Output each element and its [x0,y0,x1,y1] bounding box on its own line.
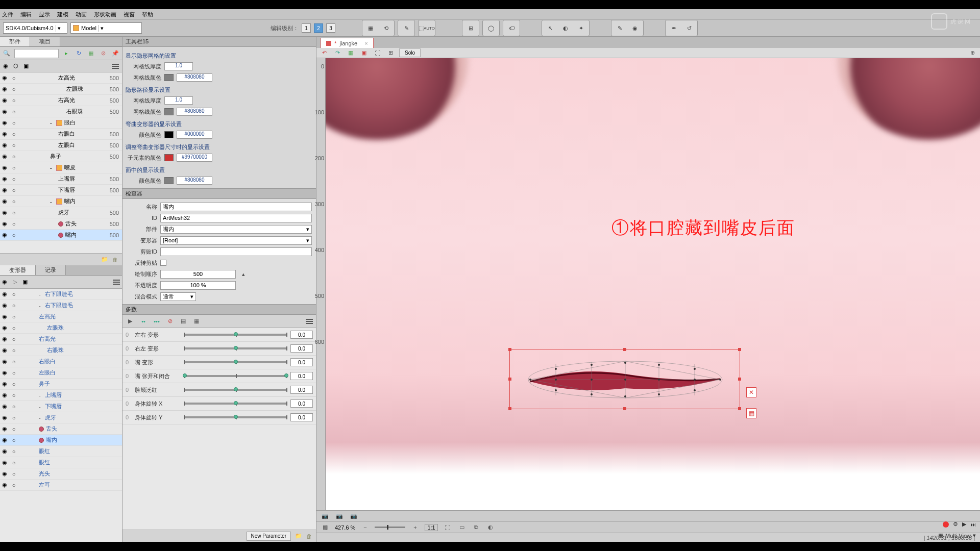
param-delete-icon[interactable]: ⊘ [165,317,175,326]
grid-color-input[interactable]: #808080 [177,73,212,82]
new-parameter-button[interactable]: New Parameter [247,532,291,541]
grid-color-swatch[interactable] [164,74,174,81]
onion-icon[interactable]: ◐ [486,523,495,532]
panel-menu-icon[interactable] [113,280,120,285]
tree-row[interactable]: ◉○-下嘴唇 [0,401,122,412]
document-tab[interactable]: * jiangke × [321,38,374,48]
solo-header-icon[interactable]: ▣ [23,63,29,69]
tree-row[interactable]: ◉○-嘴内 [0,196,122,207]
record-button[interactable] [943,521,949,528]
tab-project[interactable]: 项目 [30,37,60,46]
fit-icon[interactable]: ⛶ [443,523,452,532]
edit-level-2[interactable]: 2 [314,23,323,33]
tree-row[interactable]: ◉○-右下眼睫毛 [0,289,122,300]
panel-menu-icon[interactable] [306,319,313,324]
tree-row[interactable]: ◉○下嘴唇500 [0,185,122,196]
parameter-row[interactable]: 0左右 变形 [122,328,316,342]
deformer-combo[interactable]: [Root]▾ [160,236,312,245]
circle-tool-button[interactable]: ◯ [484,21,498,35]
frame-icon[interactable]: ▭ [457,523,467,532]
tree-row[interactable]: ◉○眼红 [0,446,122,457]
param-slider[interactable] [184,334,287,336]
param-value-input[interactable] [290,372,313,380]
tag-tool-button[interactable]: 🏷 [504,21,519,35]
brush-tool-button[interactable]: ✎ [612,21,627,35]
redo-icon[interactable]: ↷ [333,48,342,58]
tree-row[interactable]: ◉○嘴内 [0,435,122,446]
filter-green-icon[interactable]: ▸ [62,49,71,58]
tree-row[interactable]: ◉○右眼白 [0,356,122,367]
edit-level-1[interactable]: 1 [302,23,311,33]
camera-icon[interactable]: 📷 [321,512,330,521]
zoom-in-icon[interactable]: + [410,523,420,532]
visibility-header-icon[interactable]: ◉ [3,63,8,69]
param-value-input[interactable] [290,413,313,421]
child-color-input[interactable]: #99700000 [177,154,212,162]
param-slider[interactable] [184,389,287,391]
mesh-auto-button[interactable]: ✎ [399,21,413,35]
deformer-tree[interactable]: ◉○-右下眼睫毛◉○-右下眼睫毛◉○左高光◉○左眼珠◉○右高光◉○右眼珠◉○右眼… [0,289,122,542]
param-slider[interactable] [184,375,287,377]
tree-row[interactable]: ◉○右高光 [0,334,122,345]
trash-icon[interactable]: 🗑 [112,257,118,263]
parameter-row[interactable]: 0身体旋转 Y [122,411,316,424]
target-icon[interactable]: ⊕ [968,48,977,58]
link-icon[interactable]: ⧉ [472,523,481,532]
invert-checkbox[interactable] [160,260,166,266]
delete-selection-button[interactable]: ✕ [746,387,756,397]
search-icon[interactable]: 🔍 [2,49,11,58]
param-slider[interactable] [184,403,287,405]
auto-mesh-button[interactable]: ⬚AUTO [420,21,434,35]
visibility-header-icon[interactable]: ◉ [2,279,7,285]
tree-row[interactable]: ◉○-眼白 [0,117,122,129]
param-value-input[interactable] [290,399,313,408]
trash-icon[interactable]: 🗑 [306,533,312,539]
tree-row[interactable]: ◉○左耳 [0,480,122,491]
path-depth-input[interactable]: 1.0 [164,96,193,105]
tree-row[interactable]: ◉○右眼珠 [0,345,122,356]
face-color-swatch[interactable] [164,177,174,184]
play-icon[interactable]: ▷ [10,278,19,287]
cancel-icon[interactable]: ⊘ [99,49,108,58]
child-color-swatch[interactable] [164,154,174,161]
glue-tool-button[interactable]: ◉ [628,21,642,35]
edit-level-3[interactable]: 3 [326,23,335,33]
param-value-input[interactable] [290,358,313,366]
panel-icon[interactable]: ▣ [22,279,28,285]
menu-anim[interactable]: 动画 [76,11,87,18]
parameter-row[interactable]: 0身体旋转 X [122,397,316,411]
grid-toggle-icon[interactable]: ▦ [346,48,355,58]
pin-icon[interactable]: 📌 [111,49,120,58]
parts-tree[interactable]: ◉○左高光500◉○左眼珠500◉○右高光500◉○右眼珠500◉○-眼白◉○右… [0,72,122,253]
parameter-row[interactable]: 0脸颊泛红 [122,383,316,397]
tree-row[interactable]: ◉○上嘴唇500 [0,173,122,185]
rotate-deform-button[interactable]: ⟲ [379,21,393,35]
tree-row[interactable]: ◉○虎牙500 [0,207,122,218]
selection-bounds[interactable] [509,349,740,409]
path-tool-button[interactable]: ✒ [667,21,681,35]
menu-model[interactable]: 建模 [57,11,68,18]
tree-row[interactable]: ◉○舌头 [0,423,122,435]
parts-search-input[interactable] [14,49,59,58]
path-color-input[interactable]: #808080 [177,108,212,116]
zoom-slider[interactable] [375,527,405,528]
tab-log[interactable]: 记录 [36,265,66,275]
param-panel2-icon[interactable]: ▦ [192,317,201,326]
deform-tool-button[interactable]: ▦ [363,21,378,35]
warp-color-input[interactable]: #000000 [177,131,212,139]
multiview-icon[interactable]: ▦ [938,532,943,539]
menu-edit[interactable]: 编辑 [20,11,32,18]
arrow-tool-button[interactable]: ↖ [543,21,557,35]
tree-row[interactable]: ◉○眼红 [0,457,122,468]
tree-row[interactable]: ◉○光头 [0,468,122,480]
gear-icon[interactable]: ⚙ [953,521,958,528]
part-combo[interactable]: 嘴内▾ [160,225,312,234]
edit-mesh-button[interactable]: ▦ [746,408,756,418]
path-color-swatch[interactable] [164,108,174,115]
chevron-down-icon[interactable]: ▾ [973,532,976,539]
menu-window[interactable]: 视窗 [124,11,135,18]
param-slider[interactable] [184,361,287,363]
play-icon[interactable]: ▶ [962,521,966,528]
camera2-icon[interactable]: 📷 [335,512,344,521]
tab-deformer[interactable]: 变形器 [0,265,36,275]
